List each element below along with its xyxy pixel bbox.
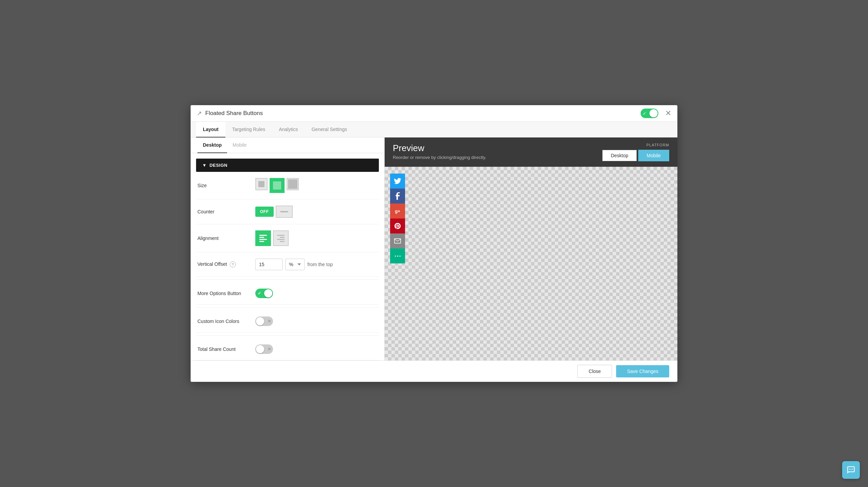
modal-footer: Close Save Changes (191, 360, 677, 382)
offset-controls: % px from the top (255, 259, 333, 270)
counter-hidden-btn[interactable] (276, 206, 293, 218)
main-tabs: Layout Targeting Rules Analytics General… (191, 122, 677, 137)
design-label: DESIGN (209, 163, 227, 168)
share-btn-pinterest[interactable] (390, 218, 405, 233)
close-button[interactable]: Close (577, 365, 612, 378)
total-share-count-label: Total Share Count (197, 346, 252, 352)
align-options (255, 230, 289, 246)
chevron-down-icon: ▼ (202, 163, 207, 168)
align-right-btn[interactable] (273, 230, 289, 246)
custom-icon-colors-row: Custom Icon Colors ✕ (196, 310, 379, 332)
modal: ↗ Floated Share Buttons ✓ ✕ Layout Targe… (191, 105, 677, 382)
total-share-toggle[interactable]: ✕ (255, 344, 273, 354)
size-options (255, 178, 299, 193)
share-btn-more[interactable]: ⋯ (390, 248, 405, 263)
tab-layout[interactable]: Layout (196, 122, 225, 137)
share-btn-email[interactable] (390, 233, 405, 248)
preview-header: Preview Reorder or remove by clicking/dr… (385, 137, 677, 167)
gplus-icon-text: g+ (395, 209, 400, 214)
from-top-text: from the top (307, 262, 333, 267)
tab-targeting-rules[interactable]: Targeting Rules (225, 122, 272, 137)
sub-tab-desktop[interactable]: Desktop (197, 137, 227, 153)
toggle-off-xmark: ✕ (268, 319, 271, 324)
chat-bubble[interactable] (842, 461, 860, 479)
size-label: Size (197, 183, 252, 188)
toggle-off-xmark2: ✕ (268, 347, 271, 352)
preview-info: Preview Reorder or remove by clicking/dr… (393, 143, 486, 160)
counter-off-btn[interactable]: OFF (255, 207, 274, 217)
vertical-offset-row: Vertical Offset ? % px from the top (196, 253, 379, 277)
enabled-toggle[interactable]: ✓ (641, 109, 658, 118)
platform-mobile-btn[interactable]: Mobile (638, 150, 669, 161)
platform-section: PLATFORM Desktop Mobile (602, 143, 669, 161)
float-share-buttons: g+ ⋯ (390, 174, 405, 263)
toggle-knob (649, 109, 658, 117)
size-medium-btn[interactable] (270, 178, 285, 193)
counter-label: Counter (197, 209, 252, 214)
close-icon[interactable]: ✕ (665, 110, 671, 117)
sub-tab-mobile[interactable]: Mobile (227, 137, 252, 153)
share-btn-twitter[interactable] (390, 174, 405, 189)
more-options-row: More Options Button ✓ (196, 282, 379, 305)
toggle-checkmark: ✓ (643, 111, 646, 116)
platform-label: PLATFORM (602, 143, 669, 147)
left-panel: Desktop Mobile ▼ DESIGN Size (191, 137, 385, 360)
toggle-on-checkmark: ✓ (258, 291, 261, 296)
more-options-label: More Options Button (197, 291, 252, 296)
tab-analytics[interactable]: Analytics (272, 122, 305, 137)
help-icon[interactable]: ? (230, 261, 236, 267)
offset-unit-select[interactable]: % px (285, 259, 305, 270)
sub-tabs: Desktop Mobile (191, 137, 384, 153)
more-icon-dots: ⋯ (394, 253, 401, 259)
modal-title: Floated Share Buttons (205, 110, 637, 117)
modal-header: ↗ Floated Share Buttons ✓ ✕ (191, 105, 677, 122)
share-btn-facebook[interactable] (390, 189, 405, 204)
custom-icon-colors-label: Custom Icon Colors (197, 319, 252, 324)
preview-subtitle: Reorder or remove by clicking/dragging d… (393, 155, 486, 160)
size-small-btn[interactable] (255, 178, 268, 190)
total-share-count-row: Total Share Count ✕ (196, 338, 379, 360)
counter-option-row: Counter OFF (196, 199, 379, 224)
alignment-option-row: Alignment (196, 224, 379, 253)
preview-title: Preview (393, 143, 486, 153)
counter-options: OFF (255, 206, 293, 218)
custom-icon-toggle[interactable]: ✕ (255, 316, 273, 326)
design-section-header: ▼ DESIGN (196, 159, 379, 172)
tab-general-settings[interactable]: General Settings (305, 122, 354, 137)
share-btn-gplus[interactable]: g+ (390, 204, 405, 218)
platform-buttons: Desktop Mobile (602, 150, 669, 161)
right-panel: Preview Reorder or remove by clicking/dr… (385, 137, 677, 360)
size-option-row: Size (196, 172, 379, 199)
alignment-label: Alignment (197, 236, 252, 241)
preview-canvas: g+ ⋯ (385, 167, 677, 360)
divider2 (196, 307, 379, 308)
offset-value-input[interactable] (255, 259, 283, 270)
vertical-offset-label: Vertical Offset ? (197, 261, 252, 267)
content-area: Desktop Mobile ▼ DESIGN Size (191, 137, 677, 360)
design-section-body: Size Counter (191, 172, 384, 360)
size-large-btn[interactable] (287, 178, 299, 190)
save-changes-button[interactable]: Save Changes (616, 365, 669, 377)
divider3 (196, 335, 379, 336)
more-options-toggle[interactable]: ✓ (255, 289, 273, 298)
platform-desktop-btn[interactable]: Desktop (602, 150, 637, 161)
divider (196, 279, 379, 280)
align-left-btn[interactable] (255, 230, 271, 246)
share-icon: ↗ (197, 110, 202, 117)
